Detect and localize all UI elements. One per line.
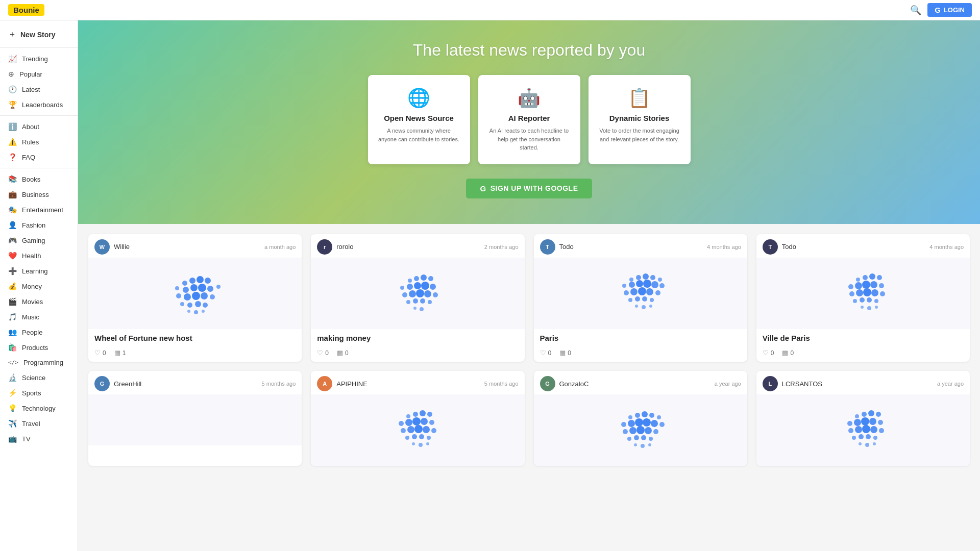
svg-point-28 bbox=[414, 282, 421, 289]
comments-icon-1: ▦ bbox=[114, 349, 120, 357]
sidebar-item-products[interactable]: 🛍️ Products bbox=[0, 340, 78, 355]
sidebar-item-technology[interactable]: 💡 Technology bbox=[0, 400, 78, 416]
sidebar-item-fashion[interactable]: 👤 Fashion bbox=[0, 217, 78, 233]
sidebar-item-sports[interactable]: ⚡ Sports bbox=[0, 385, 78, 400]
svg-point-54 bbox=[630, 288, 638, 295]
music-icon: 🎵 bbox=[8, 313, 17, 321]
svg-point-147 bbox=[873, 436, 877, 440]
stories-grid-row1: W Willie a month ago bbox=[88, 234, 970, 362]
sidebar-label-latest: Latest bbox=[22, 86, 40, 93]
svg-point-4 bbox=[175, 286, 179, 290]
svg-point-23 bbox=[414, 276, 419, 281]
avatar-lcrsantos: L bbox=[763, 376, 778, 391]
sidebar-label-learning: Learning bbox=[22, 267, 48, 275]
header-right: 🔍 G LOGIN bbox=[910, 3, 972, 17]
main-content: The latest news reported by you 🌐 Open N… bbox=[78, 20, 980, 551]
sidebar-item-tv[interactable]: 📺 TV bbox=[0, 431, 78, 446]
products-icon: 🛍️ bbox=[8, 343, 17, 352]
heart-icon-1: ♡ bbox=[94, 349, 101, 357]
heart-icon-4: ♡ bbox=[763, 349, 769, 357]
story-card-7[interactable]: G GonzaloC a year ago bbox=[534, 371, 747, 466]
story-image-3 bbox=[534, 258, 747, 329]
story-card-3[interactable]: T Todo 4 months ago bbox=[534, 234, 747, 362]
svg-point-140 bbox=[855, 426, 862, 433]
sidebar-label-books: Books bbox=[22, 176, 40, 183]
sidebar-item-books[interactable]: 📚 Books bbox=[0, 171, 78, 187]
sidebar-item-faq[interactable]: ❓ FAQ bbox=[0, 149, 78, 165]
sidebar-item-trending[interactable]: 📈 Trending bbox=[0, 51, 78, 66]
svg-point-27 bbox=[407, 284, 413, 290]
sidebar-item-movies[interactable]: 🎬 Movies bbox=[0, 294, 78, 309]
search-button[interactable]: 🔍 bbox=[910, 5, 921, 16]
sidebar-item-latest[interactable]: 🕐 Latest bbox=[0, 82, 78, 97]
story-header-1: W Willie a month ago bbox=[88, 234, 302, 258]
feature-card-dynamic-stories: 📋 Dynamic Stories Vote to order the most… bbox=[589, 75, 691, 164]
svg-point-118 bbox=[623, 429, 628, 434]
svg-point-99 bbox=[431, 428, 436, 433]
svg-point-67 bbox=[869, 273, 875, 280]
sidebar-label-products: Products bbox=[22, 344, 48, 352]
leaderboards-icon: 🏆 bbox=[8, 101, 17, 109]
svg-point-41 bbox=[420, 307, 424, 311]
svg-point-62 bbox=[635, 305, 638, 308]
story-card-5[interactable]: G GreenHill 5 months ago bbox=[88, 371, 302, 466]
sidebar-label-sports: Sports bbox=[22, 389, 41, 397]
sidebar-item-money[interactable]: 💰 Money bbox=[0, 279, 78, 294]
svg-point-40 bbox=[413, 307, 416, 310]
story-card-4[interactable]: T Todo 4 months ago bbox=[756, 234, 970, 362]
new-story-button[interactable]: ＋ New Story bbox=[0, 24, 78, 44]
hero-title: The latest news reported by you bbox=[413, 41, 645, 60]
svg-point-12 bbox=[192, 292, 200, 300]
sidebar-item-people[interactable]: 👥 People bbox=[0, 324, 78, 340]
story-image-8 bbox=[756, 394, 970, 466]
logo[interactable]: Bounie bbox=[8, 4, 44, 16]
sidebar-item-leaderboards[interactable]: 🏆 Leaderboards bbox=[0, 97, 78, 112]
svg-point-97 bbox=[414, 425, 423, 433]
sidebar-item-about[interactable]: ℹ️ About bbox=[0, 119, 78, 134]
svg-point-132 bbox=[868, 410, 874, 416]
sidebar-item-music[interactable]: 🎵 Music bbox=[0, 309, 78, 324]
story-card-6[interactable]: A APIPHINE 5 months ago bbox=[311, 371, 524, 466]
story-image-2 bbox=[311, 258, 524, 329]
comments-count-2: 0 bbox=[345, 349, 349, 357]
svg-point-6 bbox=[190, 284, 198, 291]
svg-point-43 bbox=[636, 275, 641, 280]
signup-button[interactable]: G SIGN UP WITH GOOGLE bbox=[466, 179, 593, 198]
sidebar-item-rules[interactable]: ⚠️ Rules bbox=[0, 134, 78, 149]
tv-icon: 📺 bbox=[8, 435, 17, 443]
comments-count-3: 0 bbox=[568, 349, 571, 357]
svg-point-138 bbox=[878, 420, 883, 425]
sidebar-item-programming[interactable]: </> Programming bbox=[0, 355, 78, 370]
sidebar-item-travel[interactable]: ✈️ Travel bbox=[0, 416, 78, 431]
svg-point-110 bbox=[649, 413, 654, 418]
svg-point-30 bbox=[430, 284, 436, 290]
svg-point-3 bbox=[205, 278, 211, 284]
heart-icon-2: ♡ bbox=[317, 349, 323, 357]
sidebar-item-gaming[interactable]: 🎮 Gaming bbox=[0, 233, 78, 248]
story-time-1: a month ago bbox=[264, 244, 296, 250]
svg-point-53 bbox=[624, 290, 629, 295]
science-icon: 🔬 bbox=[8, 373, 17, 382]
svg-point-150 bbox=[873, 442, 876, 445]
latest-icon: 🕐 bbox=[8, 85, 17, 93]
sidebar-item-science[interactable]: 🔬 Science bbox=[0, 370, 78, 385]
login-button[interactable]: G LOGIN bbox=[927, 3, 972, 17]
sidebar-item-entertainment[interactable]: 🎭 Entertainment bbox=[0, 202, 78, 217]
divider-2 bbox=[0, 115, 78, 116]
sidebar-label-trending: Trending bbox=[22, 55, 48, 63]
sidebar-item-business[interactable]: 💼 Business bbox=[0, 187, 78, 202]
sidebar-item-popular[interactable]: ⊕ Popular bbox=[0, 66, 78, 82]
avatar-gonzaloc: G bbox=[540, 376, 555, 391]
sidebar-item-learning[interactable]: ➕ Learning bbox=[0, 263, 78, 279]
avatar-todo-2: T bbox=[763, 239, 778, 255]
story-card-2[interactable]: r rorolo 2 months ago bbox=[311, 234, 524, 362]
story-time-4: 4 months ago bbox=[929, 244, 964, 250]
story-card-8[interactable]: L LCRSANTOS a year ago bbox=[756, 371, 970, 466]
story-card-1[interactable]: W Willie a month ago bbox=[88, 234, 302, 362]
svg-point-44 bbox=[643, 273, 649, 280]
story-time-8: a year ago bbox=[937, 381, 964, 387]
sidebar-item-health[interactable]: ❤️ Health bbox=[0, 248, 78, 263]
avatar-todo-1: T bbox=[540, 239, 555, 255]
story-author-5: G GreenHill bbox=[94, 376, 141, 391]
sidebar-label-people: People bbox=[22, 329, 42, 336]
